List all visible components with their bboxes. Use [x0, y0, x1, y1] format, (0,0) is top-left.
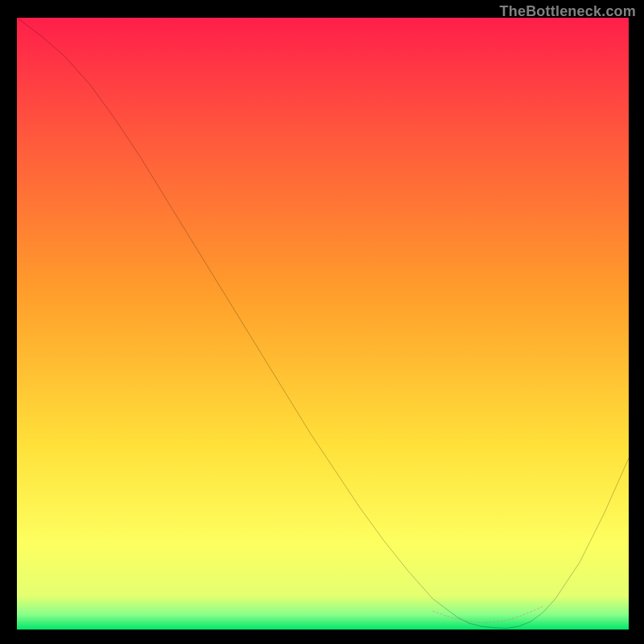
watermark-text: TheBottleneck.com: [500, 3, 636, 20]
chart-plot: [17, 18, 629, 630]
gradient-background: [17, 18, 629, 630]
chart-container: TheBottleneck.com: [0, 0, 644, 644]
